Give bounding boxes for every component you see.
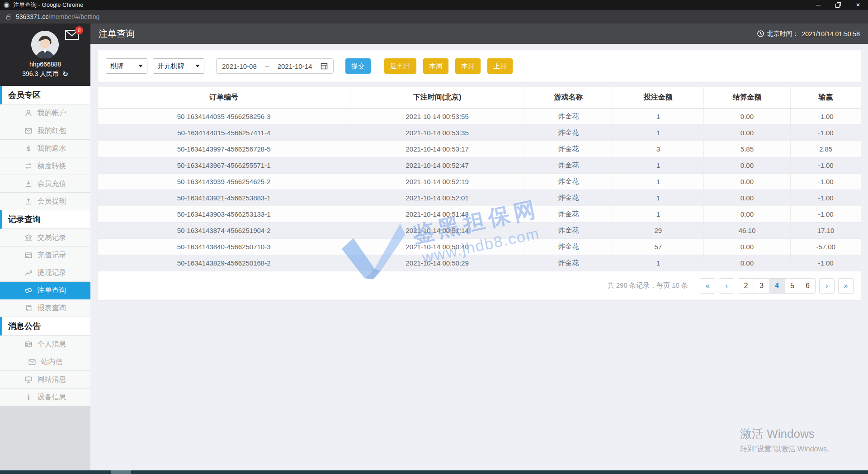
inbox-button[interactable]: 0 xyxy=(65,30,79,42)
chrome-urlbar[interactable]: 5363371.cc/member/#/betting xyxy=(0,10,868,24)
column-header: 下注时间(北京) xyxy=(350,87,524,108)
table-cell: -1.00 xyxy=(791,124,861,141)
ticket-icon xyxy=(24,286,33,295)
page-button-5[interactable]: 5 xyxy=(784,279,800,293)
sidebar-item-device-info[interactable]: i设备信息 xyxy=(0,389,90,406)
column-header: 输赢 xyxy=(791,87,861,108)
table-cell: 炸金花 xyxy=(524,173,613,190)
sidebar-item-withdraw[interactable]: 会员提现 xyxy=(0,193,90,210)
table-cell: 17.10 xyxy=(791,222,861,238)
filter-bar: 棋牌 开元棋牌 2021-10-08 ~ 2021-10-14 提交 近七日本周… xyxy=(98,50,861,82)
table-cell: 2.85 xyxy=(791,141,861,157)
page-button-3[interactable]: 3 xyxy=(754,279,769,293)
taskbar-sliver[interactable] xyxy=(0,470,868,474)
quick-filter-button[interactable]: 本月 xyxy=(455,58,481,74)
sidebar-item-withdraw-records[interactable]: 提现记录 xyxy=(0,264,90,282)
browser-window: 注单查询 - Google Chrome ✕ 5363371.cc/member… xyxy=(0,0,868,474)
table-cell: -1.00 xyxy=(791,206,861,222)
table-cell: -1.00 xyxy=(791,108,861,124)
sidebar-section-title: 消息公告 xyxy=(0,317,90,336)
table-cell: 炸金花 xyxy=(524,190,613,206)
table-row: 50-1634143921-4566253883-12021-10-14 00:… xyxy=(98,190,861,206)
date-from[interactable]: 2021-10-08 xyxy=(222,62,257,70)
table-cell: 炸金花 xyxy=(524,124,613,141)
column-header: 游戏名称 xyxy=(524,87,613,108)
last-page-button[interactable]: » xyxy=(838,278,854,294)
table-cell: 1 xyxy=(613,173,703,190)
provider-select[interactable]: 开元棋牌 xyxy=(153,58,204,74)
transfer-icon xyxy=(24,162,33,171)
table-row: 50-1634143903-4566253133-12021-10-14 00:… xyxy=(98,206,861,222)
submit-button[interactable]: 提交 xyxy=(345,58,371,74)
table-cell: 50-1634143921-4566253883-1 xyxy=(98,190,350,206)
sidebar-section-title: 会员专区 xyxy=(0,86,90,104)
sidebar-item-personal-messages[interactable]: 个人消息 xyxy=(0,336,90,353)
info-icon: i xyxy=(24,393,33,402)
table-cell: -1.00 xyxy=(791,255,861,271)
table-cell: 2021-10-14 00:52:01 xyxy=(350,190,524,206)
sidebar-item-label: 充值记录 xyxy=(38,251,66,260)
first-page-button[interactable]: « xyxy=(700,278,715,294)
sidebar-item-account[interactable]: 我的帐户 xyxy=(0,104,90,122)
table-cell: 50-1634143840-4566250710-3 xyxy=(98,238,350,255)
table-cell: 1 xyxy=(613,255,703,271)
chevron-down-icon xyxy=(195,65,200,67)
sidebar-item-quota-transfer[interactable]: 额度转换 xyxy=(0,157,90,175)
sidebar-item-site-mail[interactable]: 站内信 xyxy=(0,353,90,371)
sidebar-section-title: 记录查询 xyxy=(0,210,90,229)
table-cell: 1 xyxy=(613,206,703,222)
refresh-icon[interactable]: ↻ xyxy=(62,70,68,78)
table-row: 50-1634143939-4566254625-22021-10-14 00:… xyxy=(98,173,861,190)
page-button-2[interactable]: 2 xyxy=(738,279,754,293)
sidebar-item-label: 交易记录 xyxy=(38,233,66,242)
sidebar-item-betting[interactable]: 注单查询 xyxy=(0,282,90,299)
sidebar-item-deposit[interactable]: 会员充值 xyxy=(0,175,90,193)
sidebar-item-transactions[interactable]: 交易记录 xyxy=(0,229,90,246)
table-cell: 0.00 xyxy=(703,124,790,141)
page-number-group: 23456 xyxy=(738,278,816,294)
table-cell: 炸金花 xyxy=(524,157,613,173)
restore-icon xyxy=(835,2,841,8)
url-text[interactable]: 5363371.cc/member/#/betting xyxy=(16,13,99,20)
table-cell: 0.00 xyxy=(703,190,790,206)
date-to[interactable]: 2021-10-14 xyxy=(278,62,312,70)
bank-icon xyxy=(24,233,33,242)
category-select[interactable]: 棋牌 xyxy=(106,58,147,74)
sidebar-item-reports[interactable]: 报表查询 xyxy=(0,299,90,317)
quick-filter-button[interactable]: 近七日 xyxy=(384,58,416,74)
date-range-picker[interactable]: 2021-10-08 ~ 2021-10-14 xyxy=(216,58,334,74)
calendar-icon[interactable] xyxy=(321,62,328,70)
quick-filter-button[interactable]: 上月 xyxy=(487,58,513,74)
prev-page-button[interactable]: ‹ xyxy=(719,278,734,294)
sidebar: 0 hhp666888 396.3 人民币 ↻ 会员专区我的帐户我的红包$我的返… xyxy=(0,24,90,470)
chrome-titlebar: 注单查询 - Google Chrome ✕ xyxy=(0,0,868,10)
table-cell: 50-1634144015-4566257411-4 xyxy=(98,124,350,141)
sidebar-item-rebate[interactable]: $我的返水 xyxy=(0,140,90,157)
close-button[interactable]: ✕ xyxy=(848,0,868,10)
sidebar-item-site-messages[interactable]: 网站消息 xyxy=(0,371,90,389)
sidebar-item-label: 提现记录 xyxy=(38,268,66,278)
chart-line-icon xyxy=(24,269,33,277)
table-cell: 0.00 xyxy=(703,157,790,173)
table-cell: 炸金花 xyxy=(524,222,613,238)
restore-button[interactable] xyxy=(828,0,848,10)
page-button-6[interactable]: 6 xyxy=(800,279,815,293)
column-header: 投注金额 xyxy=(613,87,703,108)
column-header: 订单编号 xyxy=(98,87,350,108)
windows-activation-notice: 激活 Windows 转到“设置”以激活 Windows。 xyxy=(740,426,834,454)
page-button-4[interactable]: 4 xyxy=(769,279,784,293)
table-cell: 0.00 xyxy=(703,255,790,271)
minimize-button[interactable] xyxy=(808,0,828,10)
next-page-button[interactable]: › xyxy=(819,278,835,294)
table-cell: 2021-10-14 00:50:40 xyxy=(350,238,524,255)
clock-icon xyxy=(757,30,764,37)
pagination-summary: 共 290 条记录，每页 10 条 xyxy=(608,281,688,290)
sidebar-item-deposit-records[interactable]: 充值记录 xyxy=(0,246,90,264)
monitor-icon xyxy=(24,375,33,384)
avatar[interactable] xyxy=(31,31,59,58)
quick-filter-button[interactable]: 本周 xyxy=(423,58,448,74)
card-icon xyxy=(24,251,33,260)
sidebar-item-red-packet[interactable]: 我的红包 xyxy=(0,122,90,140)
user-panel: 0 hhp666888 396.3 人民币 ↻ xyxy=(0,24,90,86)
table-row: 50-1634143967-4566255571-12021-10-14 00:… xyxy=(98,157,861,173)
